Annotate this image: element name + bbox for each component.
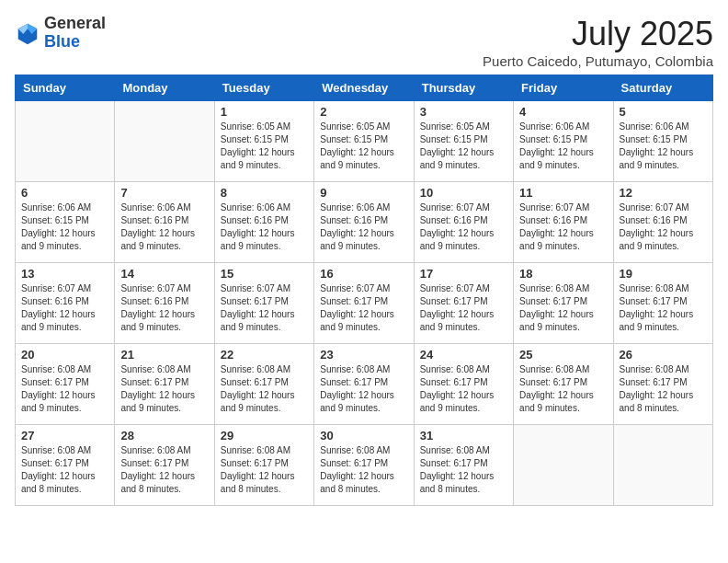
day-number: 22 xyxy=(221,348,308,362)
cell-info: Sunrise: 6:08 AM Sunset: 6:17 PM Dayligh… xyxy=(120,444,208,496)
day-number: 2 xyxy=(320,105,407,119)
day-number: 26 xyxy=(620,348,707,362)
cell-info: Sunrise: 6:08 AM Sunset: 6:17 PM Dayligh… xyxy=(320,444,407,496)
calendar-cell: 4Sunrise: 6:06 AM Sunset: 6:15 PM Daylig… xyxy=(514,101,613,182)
day-number: 29 xyxy=(221,429,308,442)
page-header: General Blue July 2025 Puerto Caicedo, P… xyxy=(15,15,713,69)
cell-info: Sunrise: 6:06 AM Sunset: 6:15 PM Dayligh… xyxy=(21,201,108,253)
day-number: 30 xyxy=(320,429,407,442)
calendar-cell: 28Sunrise: 6:08 AM Sunset: 6:17 PM Dayli… xyxy=(115,425,214,506)
day-number: 20 xyxy=(21,348,108,362)
month-year-title: July 2025 xyxy=(483,15,713,53)
cell-info: Sunrise: 6:06 AM Sunset: 6:16 PM Dayligh… xyxy=(221,201,308,253)
calendar-cell: 11Sunrise: 6:07 AM Sunset: 6:16 PM Dayli… xyxy=(514,182,613,263)
calendar-cell: 31Sunrise: 6:08 AM Sunset: 6:17 PM Dayli… xyxy=(414,425,513,506)
calendar-cell xyxy=(115,101,214,182)
calendar-cell: 14Sunrise: 6:07 AM Sunset: 6:16 PM Dayli… xyxy=(115,263,214,344)
cell-info: Sunrise: 6:05 AM Sunset: 6:15 PM Dayligh… xyxy=(420,121,507,172)
cell-info: Sunrise: 6:08 AM Sunset: 6:17 PM Dayligh… xyxy=(21,363,108,415)
calendar-cell: 3Sunrise: 6:05 AM Sunset: 6:15 PM Daylig… xyxy=(414,101,513,182)
cell-info: Sunrise: 6:08 AM Sunset: 6:17 PM Dayligh… xyxy=(21,444,108,496)
day-number: 31 xyxy=(420,429,507,442)
calendar-cell: 6Sunrise: 6:06 AM Sunset: 6:15 PM Daylig… xyxy=(16,182,115,263)
day-number: 11 xyxy=(519,186,607,200)
day-number: 19 xyxy=(620,267,707,281)
cell-info: Sunrise: 6:06 AM Sunset: 6:16 PM Dayligh… xyxy=(120,201,208,253)
day-number: 24 xyxy=(420,348,507,362)
calendar-header-row: SundayMondayTuesdayWednesdayThursdayFrid… xyxy=(16,75,713,101)
day-number: 25 xyxy=(519,348,607,362)
day-number: 12 xyxy=(620,186,707,200)
day-number: 16 xyxy=(320,267,407,281)
logo-general-text: General xyxy=(44,14,106,32)
header-monday: Monday xyxy=(115,75,214,101)
day-number: 9 xyxy=(320,186,407,200)
calendar-cell: 15Sunrise: 6:07 AM Sunset: 6:17 PM Dayli… xyxy=(214,263,313,344)
cell-info: Sunrise: 6:06 AM Sunset: 6:15 PM Dayligh… xyxy=(519,121,607,172)
day-number: 7 xyxy=(120,186,208,200)
calendar-cell: 12Sunrise: 6:07 AM Sunset: 6:16 PM Dayli… xyxy=(613,182,712,263)
cell-info: Sunrise: 6:06 AM Sunset: 6:15 PM Dayligh… xyxy=(620,121,707,172)
day-number: 18 xyxy=(519,267,607,281)
day-number: 28 xyxy=(120,429,208,442)
calendar-cell: 5Sunrise: 6:06 AM Sunset: 6:15 PM Daylig… xyxy=(613,101,712,182)
day-number: 21 xyxy=(120,348,208,362)
calendar-cell: 21Sunrise: 6:08 AM Sunset: 6:17 PM Dayli… xyxy=(115,344,214,425)
cell-info: Sunrise: 6:08 AM Sunset: 6:17 PM Dayligh… xyxy=(519,282,607,334)
day-number: 5 xyxy=(620,105,707,119)
cell-info: Sunrise: 6:07 AM Sunset: 6:17 PM Dayligh… xyxy=(221,282,308,334)
cell-info: Sunrise: 6:08 AM Sunset: 6:17 PM Dayligh… xyxy=(221,444,308,496)
calendar-cell: 17Sunrise: 6:07 AM Sunset: 6:17 PM Dayli… xyxy=(414,263,513,344)
calendar-cell: 20Sunrise: 6:08 AM Sunset: 6:17 PM Dayli… xyxy=(16,344,115,425)
logo: General Blue xyxy=(15,15,106,52)
logo-blue-text: Blue xyxy=(44,32,80,51)
week-row-2: 13Sunrise: 6:07 AM Sunset: 6:16 PM Dayli… xyxy=(16,263,713,344)
calendar-table: SundayMondayTuesdayWednesdayThursdayFrid… xyxy=(15,75,713,506)
week-row-1: 6Sunrise: 6:06 AM Sunset: 6:15 PM Daylig… xyxy=(16,182,713,263)
cell-info: Sunrise: 6:08 AM Sunset: 6:17 PM Dayligh… xyxy=(620,282,707,334)
day-number: 27 xyxy=(21,429,108,442)
day-number: 23 xyxy=(320,348,407,362)
week-row-0: 1Sunrise: 6:05 AM Sunset: 6:15 PM Daylig… xyxy=(16,101,713,182)
day-number: 3 xyxy=(420,105,507,119)
day-number: 13 xyxy=(21,267,108,281)
calendar-cell: 7Sunrise: 6:06 AM Sunset: 6:16 PM Daylig… xyxy=(115,182,214,263)
cell-info: Sunrise: 6:07 AM Sunset: 6:16 PM Dayligh… xyxy=(420,201,507,253)
calendar-cell: 9Sunrise: 6:06 AM Sunset: 6:16 PM Daylig… xyxy=(314,182,414,263)
cell-info: Sunrise: 6:05 AM Sunset: 6:15 PM Dayligh… xyxy=(221,121,308,172)
cell-info: Sunrise: 6:06 AM Sunset: 6:16 PM Dayligh… xyxy=(320,201,407,253)
calendar-cell: 30Sunrise: 6:08 AM Sunset: 6:17 PM Dayli… xyxy=(314,425,414,506)
day-number: 10 xyxy=(420,186,507,200)
header-wednesday: Wednesday xyxy=(314,75,414,101)
header-friday: Friday xyxy=(514,75,613,101)
cell-info: Sunrise: 6:08 AM Sunset: 6:17 PM Dayligh… xyxy=(221,363,308,415)
logo-icon xyxy=(15,20,40,46)
week-row-3: 20Sunrise: 6:08 AM Sunset: 6:17 PM Dayli… xyxy=(16,344,713,425)
header-saturday: Saturday xyxy=(613,75,712,101)
day-number: 8 xyxy=(221,186,308,200)
calendar-cell: 26Sunrise: 6:08 AM Sunset: 6:17 PM Dayli… xyxy=(613,344,712,425)
cell-info: Sunrise: 6:07 AM Sunset: 6:17 PM Dayligh… xyxy=(420,282,507,334)
title-block: July 2025 Puerto Caicedo, Putumayo, Colo… xyxy=(483,15,713,69)
cell-info: Sunrise: 6:08 AM Sunset: 6:17 PM Dayligh… xyxy=(519,363,607,415)
cell-info: Sunrise: 6:08 AM Sunset: 6:17 PM Dayligh… xyxy=(120,363,208,415)
day-number: 15 xyxy=(221,267,308,281)
calendar-cell xyxy=(16,101,115,182)
header-tuesday: Tuesday xyxy=(214,75,313,101)
calendar-cell: 27Sunrise: 6:08 AM Sunset: 6:17 PM Dayli… xyxy=(16,425,115,506)
cell-info: Sunrise: 6:08 AM Sunset: 6:17 PM Dayligh… xyxy=(420,444,507,496)
cell-info: Sunrise: 6:07 AM Sunset: 6:16 PM Dayligh… xyxy=(620,201,707,253)
week-row-4: 27Sunrise: 6:08 AM Sunset: 6:17 PM Dayli… xyxy=(16,425,713,506)
header-thursday: Thursday xyxy=(414,75,513,101)
cell-info: Sunrise: 6:05 AM Sunset: 6:15 PM Dayligh… xyxy=(320,121,407,172)
cell-info: Sunrise: 6:07 AM Sunset: 6:16 PM Dayligh… xyxy=(21,282,108,334)
cell-info: Sunrise: 6:07 AM Sunset: 6:16 PM Dayligh… xyxy=(120,282,208,334)
calendar-cell: 25Sunrise: 6:08 AM Sunset: 6:17 PM Dayli… xyxy=(514,344,613,425)
calendar-cell xyxy=(514,425,613,506)
day-number: 6 xyxy=(21,186,108,200)
cell-info: Sunrise: 6:08 AM Sunset: 6:17 PM Dayligh… xyxy=(620,363,707,415)
calendar-cell: 2Sunrise: 6:05 AM Sunset: 6:15 PM Daylig… xyxy=(314,101,414,182)
cell-info: Sunrise: 6:07 AM Sunset: 6:16 PM Dayligh… xyxy=(519,201,607,253)
calendar-cell xyxy=(613,425,712,506)
day-number: 14 xyxy=(120,267,208,281)
